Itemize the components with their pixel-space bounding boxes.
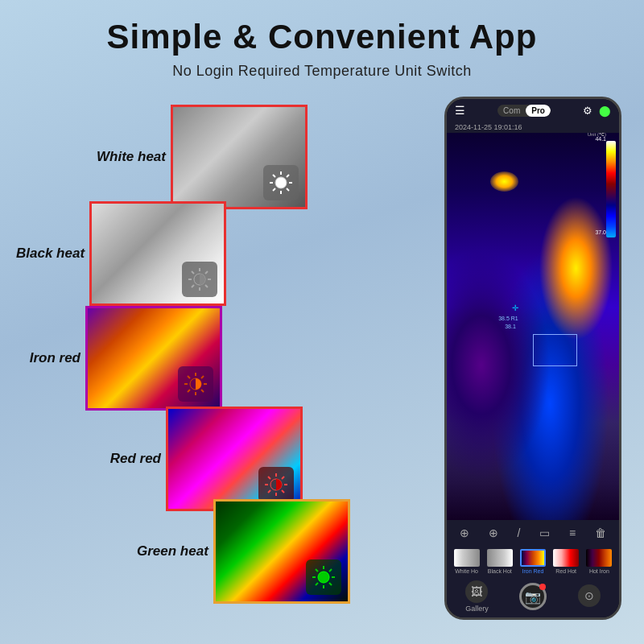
iron-red-label: Iron red xyxy=(16,350,80,366)
palette-label-white: White Ho xyxy=(455,568,478,574)
svg-line-7 xyxy=(287,175,289,177)
palette-red-hot[interactable]: Red Hot xyxy=(552,549,580,574)
toggle-com[interactable]: Com xyxy=(497,105,526,117)
iron-red-icon xyxy=(178,366,213,402)
hot-spot xyxy=(490,171,518,192)
svg-line-43 xyxy=(329,569,332,572)
palette-label-black: Black Hot xyxy=(488,568,512,574)
black-heat-frame xyxy=(89,201,226,306)
white-heat-frame xyxy=(171,105,308,209)
white-heat-label: White heat xyxy=(97,149,166,165)
tool-measure-icon[interactable]: ⊕ xyxy=(460,526,469,539)
thermal-display: 44.1 37.0 Unit (℃) 38.5 R1 38.1 ✛ xyxy=(447,133,619,520)
sub-title: No Login Required Temperature Unit Switc… xyxy=(0,63,644,80)
red-red-frame xyxy=(166,407,303,511)
red-red-label: Red red xyxy=(97,451,161,467)
tool-line-icon[interactable]: / xyxy=(518,526,521,539)
crosshair-icon: ✛ xyxy=(512,303,518,312)
tool-delete-icon[interactable]: 🗑 xyxy=(595,526,606,539)
roi-box xyxy=(533,334,577,366)
gallery-button[interactable]: 🖼 Gallery xyxy=(465,580,489,613)
black-heat-card: Black heat xyxy=(16,201,226,306)
palette-label-red: Red Hot xyxy=(555,568,576,574)
green-heat-icon xyxy=(306,559,341,595)
green-heat-label: Green heat xyxy=(137,543,208,559)
svg-line-35 xyxy=(268,490,270,493)
color-palette: White Ho Black Hot Iron Red Red Hot Hot … xyxy=(447,546,619,576)
top-icons: ⚙ ⬤ xyxy=(583,105,611,117)
phone-top-bar: ☰ Com Pro ⚙ ⬤ xyxy=(447,99,619,122)
palette-label-hot-iron: Hot Iron xyxy=(589,568,609,574)
temp-mid-label: 37.0 xyxy=(595,229,606,235)
svg-line-14 xyxy=(192,271,194,274)
svg-line-42 xyxy=(329,583,332,585)
phone-datetime: 2024-11-25 19:01:16 xyxy=(447,122,619,133)
svg-line-32 xyxy=(268,477,270,479)
palette-swatch-black xyxy=(487,549,513,567)
svg-line-6 xyxy=(287,188,289,191)
settings-icon[interactable]: ⚙ xyxy=(583,105,592,117)
svg-line-15 xyxy=(205,285,208,287)
unit-label: Unit (℃) xyxy=(588,133,606,137)
green-heat-card: Green heat xyxy=(137,499,350,604)
palette-white-hot[interactable]: White Ho xyxy=(453,549,481,574)
camera-dot xyxy=(539,584,546,590)
camera-button[interactable]: 📷 xyxy=(519,583,547,610)
phone-mockup: ☰ Com Pro ⚙ ⬤ 2024-11-25 19:01:16 44.1 3… xyxy=(444,97,621,620)
palette-iron-red[interactable]: Iron Red xyxy=(519,549,547,574)
svg-line-23 xyxy=(188,376,190,378)
palette-swatch-iron xyxy=(520,549,546,567)
temp-readings: 38.5 R1 38.1 xyxy=(498,315,518,331)
toggle-pro[interactable]: Pro xyxy=(526,105,551,117)
tool-plus-icon[interactable]: ⊕ xyxy=(489,526,498,539)
palette-hot-iron[interactable]: Hot Iron xyxy=(585,549,613,574)
svg-line-17 xyxy=(192,285,194,287)
red-red-card: Red red xyxy=(97,407,303,511)
tool-settings-icon[interactable]: ≡ xyxy=(569,526,576,539)
svg-line-24 xyxy=(201,390,204,392)
black-heat-label: Black heat xyxy=(16,246,85,262)
white-heat-card: White heat xyxy=(97,105,308,209)
hamburger-icon[interactable]: ☰ xyxy=(455,104,465,117)
svg-line-16 xyxy=(205,271,208,274)
temp-r1-val: 38.1 xyxy=(505,323,518,331)
palette-swatch-hot-iron xyxy=(586,549,612,567)
svg-line-34 xyxy=(282,477,284,479)
gallery-icon: 🖼 xyxy=(465,580,488,603)
header: Simple & Convenient App No Login Require… xyxy=(0,0,644,80)
datetime-text: 2024-11-25 19:01:16 xyxy=(455,123,522,131)
svg-line-44 xyxy=(316,583,318,585)
thermal-image xyxy=(447,133,619,520)
svg-line-8 xyxy=(273,188,275,191)
phone-toolbar: ⊕ ⊕ / ▭ ≡ 🗑 xyxy=(447,520,619,546)
svg-point-36 xyxy=(318,572,329,583)
svg-line-5 xyxy=(273,175,275,177)
green-heat-frame xyxy=(213,499,350,604)
iron-red-card: Iron red xyxy=(16,306,222,411)
svg-line-41 xyxy=(316,569,318,572)
palette-black-hot[interactable]: Black Hot xyxy=(486,549,514,574)
phone-bottom: 🖼 Gallery 📷 ⊙ xyxy=(447,576,619,617)
temp-r1: 38.5 R1 xyxy=(498,315,518,323)
palette-label-iron: Iron Red xyxy=(522,568,544,574)
main-title: Simple & Convenient App xyxy=(0,18,644,56)
camera-icon: 📷 xyxy=(525,589,541,605)
tool-rect-icon[interactable]: ▭ xyxy=(539,526,550,539)
svg-line-33 xyxy=(282,490,284,493)
palette-icon[interactable]: ⬤ xyxy=(599,105,611,117)
svg-point-0 xyxy=(275,177,287,188)
black-heat-icon xyxy=(182,262,217,297)
share-button[interactable]: ⊙ xyxy=(578,584,601,609)
white-heat-icon xyxy=(263,165,299,200)
red-red-icon xyxy=(258,467,294,502)
palette-swatch-white xyxy=(454,549,480,567)
gallery-label: Gallery xyxy=(465,605,489,613)
iron-red-frame xyxy=(85,306,222,411)
svg-line-26 xyxy=(188,390,190,392)
svg-line-25 xyxy=(201,376,204,378)
mode-toggle[interactable]: Com Pro xyxy=(497,105,551,117)
share-icon: ⊙ xyxy=(578,584,601,607)
temp-scale xyxy=(606,141,616,237)
palette-swatch-red xyxy=(553,549,579,567)
temp-high-label: 44.1 xyxy=(595,136,606,142)
